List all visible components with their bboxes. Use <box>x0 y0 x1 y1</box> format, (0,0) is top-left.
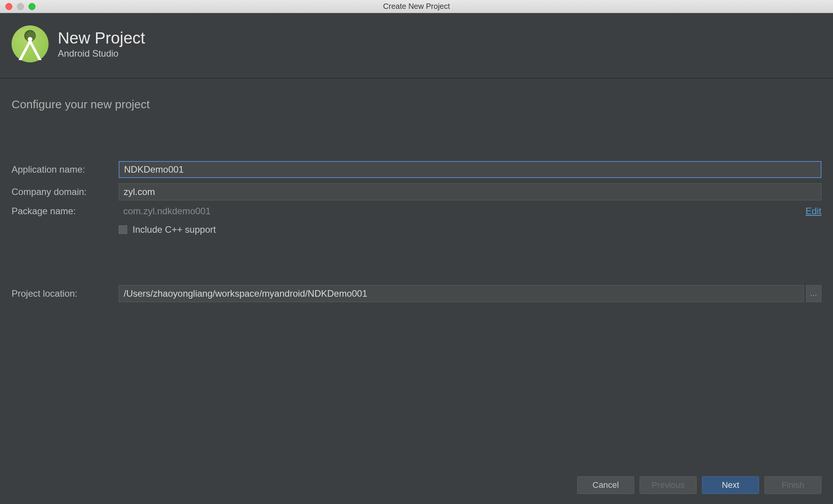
project-location-label: Project location: <box>12 288 119 299</box>
application-name-label: Application name: <box>12 164 119 175</box>
cpp-support-checkbox[interactable] <box>119 225 127 234</box>
application-name-input[interactable] <box>119 161 821 178</box>
page-title: New Project <box>58 29 145 47</box>
company-domain-label: Company domain: <box>12 186 119 197</box>
android-studio-logo-icon <box>12 25 49 62</box>
package-name-value: com.zyl.ndkdemo001 <box>119 206 799 217</box>
previous-button: Previous <box>640 476 697 494</box>
edit-package-link[interactable]: Edit <box>806 206 821 217</box>
next-button[interactable]: Next <box>702 476 759 494</box>
project-location-input[interactable] <box>119 285 804 302</box>
application-name-row: Application name: <box>12 161 821 178</box>
page-subtitle: Android Studio <box>58 48 145 59</box>
minimize-icon[interactable] <box>17 3 24 10</box>
titlebar: Create New Project <box>0 0 833 13</box>
cpp-support-row: Include C++ support <box>119 224 821 235</box>
form: Application name: Company domain: Packag… <box>12 161 821 307</box>
footer-buttons: Cancel Previous Next Finish <box>577 476 821 494</box>
cpp-support-label: Include C++ support <box>133 224 216 235</box>
company-domain-row: Company domain: <box>12 183 821 200</box>
company-domain-input[interactable] <box>119 183 821 200</box>
browse-location-button[interactable]: ... <box>806 285 821 302</box>
close-icon[interactable] <box>5 3 12 10</box>
package-name-label: Package name: <box>12 206 119 217</box>
window-controls <box>0 3 35 10</box>
finish-button: Finish <box>764 476 821 494</box>
header: New Project Android Studio <box>0 13 833 79</box>
maximize-icon[interactable] <box>29 3 35 10</box>
package-name-row: Package name: com.zyl.ndkdemo001 Edit <box>12 206 821 217</box>
project-location-row: Project location: ... <box>12 285 821 302</box>
window-title: Create New Project <box>383 2 450 11</box>
svg-point-0 <box>28 37 32 42</box>
content-area: Configure your new project Application n… <box>0 79 833 307</box>
section-title: Configure your new project <box>12 98 821 111</box>
cancel-button[interactable]: Cancel <box>577 476 634 494</box>
